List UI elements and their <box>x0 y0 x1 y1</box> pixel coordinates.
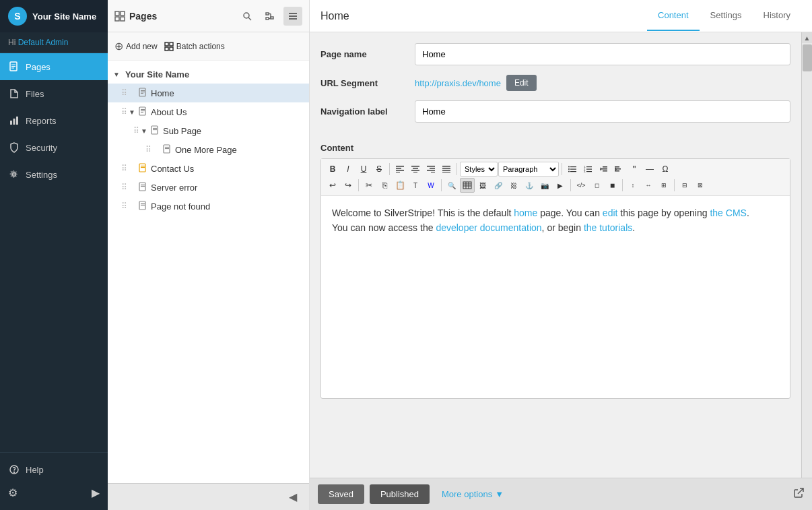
content-link-edit[interactable]: edit <box>603 208 618 218</box>
saved-button[interactable]: Saved <box>318 484 364 504</box>
paragraph-select[interactable]: Paragraph <box>498 162 559 177</box>
content-link-devdocs[interactable]: developer documentation <box>436 222 541 233</box>
tree-item-contact-us[interactable]: ⠿ Contact Us <box>108 159 309 178</box>
sidebar-item-settings[interactable]: Settings <box>0 161 108 188</box>
wysiwyg-editor[interactable]: B I U S <box>320 158 790 399</box>
sub-page-toggle[interactable]: ▼ <box>141 127 150 135</box>
add-new-button[interactable]: ⊕ Add new <box>114 38 158 55</box>
redo-button[interactable]: ↪ <box>341 178 356 193</box>
tab-history[interactable]: History <box>753 1 801 31</box>
underline-button[interactable]: U <box>356 162 371 177</box>
tree-item-page-not-found[interactable]: ⠿ Page not found <box>108 197 309 216</box>
svg-rect-72 <box>570 171 576 172</box>
resize-2-button[interactable]: ◼ <box>605 178 619 193</box>
list-view-button[interactable] <box>283 7 302 26</box>
content-link-home[interactable]: home <box>514 208 537 218</box>
align-justify-button[interactable] <box>439 162 454 177</box>
sidebar-item-reports[interactable]: Reports <box>0 107 108 134</box>
align-center-button[interactable] <box>408 162 423 177</box>
omega-button[interactable]: Ω <box>658 162 673 177</box>
bold-button[interactable]: B <box>325 162 340 177</box>
find-replace-button[interactable]: 🔍 <box>444 178 459 193</box>
styles-select[interactable]: Styles <box>460 162 498 177</box>
align-right-button[interactable] <box>424 162 438 177</box>
site-logo[interactable]: S Your Site Name <box>0 0 108 32</box>
content-text-6: , or begin <box>542 222 584 233</box>
align-left-button[interactable] <box>393 162 407 177</box>
tree-item-home[interactable]: ⠿ Home <box>108 84 309 102</box>
embed-button[interactable]: ▶ <box>553 178 568 193</box>
nav-label-input[interactable] <box>415 100 790 123</box>
resize-1-button[interactable]: ◻ <box>589 178 604 193</box>
hr-button[interactable]: — <box>642 162 657 177</box>
tree-site-name[interactable]: ▼ Your Site Name <box>108 65 309 84</box>
anchor-button[interactable]: ⚓ <box>522 178 537 193</box>
editor-scrollbar[interactable]: ▲ <box>801 32 812 478</box>
paste-text-button[interactable]: T <box>408 178 423 193</box>
external-link-button[interactable] <box>793 488 804 501</box>
user-name-link[interactable]: Default Admin <box>18 38 69 47</box>
indent-button[interactable] <box>611 162 626 177</box>
scroll-up-arrow[interactable]: ▲ <box>802 32 812 43</box>
more-options-button[interactable]: More options ▼ <box>435 484 510 504</box>
outdent-button[interactable] <box>596 162 611 177</box>
tree-item-one-more-page[interactable]: ⠿ One More Page <box>108 140 309 159</box>
editor-bottom-bar: Saved Published More options ▼ <box>310 478 812 510</box>
content-link-tutorials[interactable]: the tutorials <box>584 222 632 233</box>
url-segment-link[interactable]: http://praxis.dev/home <box>415 78 501 88</box>
tree-item-sub-page-label: Sub Page <box>163 126 305 136</box>
sidebar-item-files[interactable]: Files <box>0 80 108 107</box>
ol-button[interactable]: 1.2.3. <box>580 162 595 177</box>
quote-button[interactable]: " <box>627 162 642 177</box>
extra-1-button[interactable]: ↕ <box>625 178 640 193</box>
arrow-icon[interactable]: ▶ <box>92 486 100 499</box>
insert-link-button[interactable]: 🔗 <box>491 178 506 193</box>
paste-button[interactable]: 📋 <box>393 178 407 193</box>
tree-item-server-error[interactable]: ⠿ Server error <box>108 178 309 197</box>
tree-view-button[interactable] <box>261 7 279 26</box>
pages-back-button[interactable]: ◀ <box>283 488 302 507</box>
pages-tree: ▼ Your Site Name ⠿ Home ⠿ ▼ <box>108 61 309 483</box>
insert-image-button[interactable]: 🖼 <box>475 178 490 193</box>
url-edit-button[interactable]: Edit <box>506 75 537 91</box>
source-button[interactable]: </> <box>574 178 588 193</box>
content-link-cms[interactable]: the CMS <box>710 208 746 218</box>
sidebar-item-pages[interactable]: Pages <box>0 53 108 80</box>
wysiwyg-body[interactable]: Welcome to SilverStripe! This is the def… <box>321 196 790 398</box>
paste-word-button[interactable]: W <box>424 178 438 193</box>
scroll-thumb[interactable] <box>803 44 812 71</box>
sidebar-item-security[interactable]: Security <box>0 134 108 161</box>
svg-rect-84 <box>615 170 619 172</box>
table-button[interactable] <box>460 178 475 193</box>
batch-actions-button[interactable]: Batch actions <box>164 42 225 51</box>
extra-2-button[interactable]: ↔ <box>641 178 656 193</box>
sidebar-item-help[interactable]: Help <box>0 458 108 481</box>
svg-rect-74 <box>586 166 592 167</box>
copy-button[interactable]: ⎘ <box>377 178 392 193</box>
tab-content[interactable]: Content <box>647 1 700 31</box>
site-toggle-arrow[interactable]: ▼ <box>113 71 123 78</box>
undo-button[interactable]: ↩ <box>325 178 340 193</box>
search-button[interactable] <box>238 7 257 26</box>
tab-settings[interactable]: Settings <box>700 1 753 31</box>
strikethrough-button[interactable]: S <box>372 162 386 177</box>
page-name-input[interactable] <box>415 43 790 65</box>
extra-3-button[interactable]: ⊞ <box>656 178 671 193</box>
settings-gear-icon[interactable]: ⚙ <box>8 486 18 499</box>
unlink-button[interactable]: ⛓ <box>506 178 521 193</box>
nav-label-field: Navigation label <box>320 100 790 123</box>
table-delete-col-button[interactable]: ⊠ <box>693 178 708 193</box>
about-us-toggle[interactable]: ▼ <box>129 108 138 116</box>
italic-button[interactable]: I <box>341 162 356 177</box>
ul-button[interactable] <box>565 162 580 177</box>
svg-rect-62 <box>431 172 435 172</box>
media-button[interactable]: 📷 <box>537 178 552 193</box>
tree-item-sub-page[interactable]: ⠿ ▼ Sub Page <box>108 121 309 140</box>
toolbar-separator-8 <box>674 179 675 191</box>
cut-button[interactable]: ✂ <box>362 178 376 193</box>
toolbar-separator-1 <box>389 163 390 175</box>
published-button[interactable]: Published <box>370 484 430 504</box>
tree-item-about-us[interactable]: ⠿ ▼ About Us <box>108 102 309 121</box>
table-insert-col-button[interactable]: ⊟ <box>677 178 692 193</box>
pages-title-icon <box>114 11 125 22</box>
